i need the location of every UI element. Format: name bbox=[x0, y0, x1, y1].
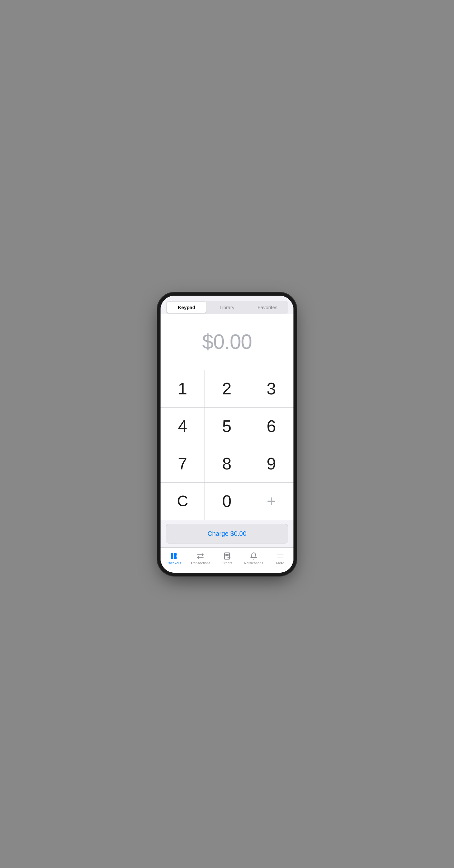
key-7[interactable]: 7 bbox=[161, 445, 205, 483]
key-6-label: 6 bbox=[267, 416, 276, 436]
key-5-label: 5 bbox=[222, 416, 231, 436]
bottom-nav: Checkout Transactions bbox=[161, 547, 293, 573]
nav-item-checkout[interactable]: Checkout bbox=[161, 551, 187, 566]
app-container: Keypad Library Favorites $0.00 1 2 3 4 bbox=[161, 296, 293, 573]
key-0[interactable]: 0 bbox=[205, 483, 249, 520]
key-0-label: 0 bbox=[222, 492, 231, 511]
notifications-icon bbox=[250, 552, 257, 560]
key-8[interactable]: 8 bbox=[205, 445, 249, 483]
nav-label-transactions: Transactions bbox=[190, 561, 210, 565]
tab-favorites[interactable]: Favorites bbox=[248, 302, 287, 313]
checkout-icon bbox=[170, 552, 177, 560]
key-7-label: 7 bbox=[178, 454, 187, 473]
amount-display: $0.00 bbox=[161, 314, 293, 370]
svg-rect-1 bbox=[174, 553, 177, 556]
tab-selector: Keypad Library Favorites bbox=[166, 301, 288, 314]
amount-value: $0.00 bbox=[202, 330, 252, 354]
key-5[interactable]: 5 bbox=[205, 407, 249, 445]
key-plus[interactable]: + bbox=[249, 483, 293, 520]
key-4-label: 4 bbox=[178, 416, 187, 436]
nav-label-more: More bbox=[276, 561, 284, 565]
key-3[interactable]: 3 bbox=[249, 370, 293, 407]
key-4[interactable]: 4 bbox=[161, 407, 205, 445]
svg-rect-2 bbox=[171, 556, 173, 559]
nav-item-notifications[interactable]: Notifications bbox=[240, 551, 267, 566]
nav-item-more[interactable]: More bbox=[267, 551, 293, 566]
nav-label-notifications: Notifications bbox=[244, 561, 263, 565]
tab-keypad[interactable]: Keypad bbox=[167, 302, 206, 313]
nav-item-orders[interactable]: Orders bbox=[214, 551, 240, 566]
key-clear-label: C bbox=[177, 492, 188, 510]
key-plus-label: + bbox=[267, 492, 276, 510]
tab-library[interactable]: Library bbox=[207, 302, 247, 313]
orders-icon bbox=[223, 552, 231, 560]
key-2-label: 2 bbox=[222, 379, 231, 398]
key-1[interactable]: 1 bbox=[161, 370, 205, 407]
charge-button[interactable]: Charge $0.00 bbox=[166, 524, 288, 544]
key-2[interactable]: 2 bbox=[205, 370, 249, 407]
charge-button-container: Charge $0.00 bbox=[161, 520, 293, 547]
key-8-label: 8 bbox=[222, 454, 231, 473]
key-clear[interactable]: C bbox=[161, 483, 205, 520]
phone-frame: Keypad Library Favorites $0.00 1 2 3 4 bbox=[161, 296, 293, 573]
key-6[interactable]: 6 bbox=[249, 407, 293, 445]
key-9[interactable]: 9 bbox=[249, 445, 293, 483]
key-3-label: 3 bbox=[267, 379, 276, 398]
more-icon bbox=[277, 552, 284, 560]
nav-label-orders: Orders bbox=[222, 561, 232, 565]
key-1-label: 1 bbox=[178, 379, 187, 398]
key-9-label: 9 bbox=[267, 454, 276, 473]
svg-rect-0 bbox=[171, 553, 173, 556]
svg-rect-3 bbox=[174, 556, 177, 559]
transactions-icon bbox=[197, 552, 204, 560]
nav-item-transactions[interactable]: Transactions bbox=[187, 551, 214, 566]
keypad-grid: 1 2 3 4 5 6 7 8 bbox=[161, 370, 293, 520]
nav-label-checkout: Checkout bbox=[166, 561, 181, 565]
